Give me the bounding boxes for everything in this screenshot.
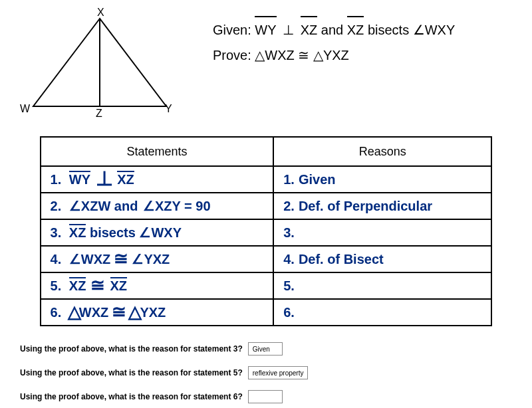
vertex-label-x: X [97, 7, 104, 19]
triangle-symbol-1 [255, 48, 265, 62]
triangle-icon-1: △ [68, 301, 81, 322]
stmt-num-6: 6. [51, 305, 62, 320]
vertex-label-z: Z [96, 108, 102, 120]
reason-num-4: 4. [283, 252, 295, 266]
stmt-num-5: 5. [51, 278, 62, 293]
stmt-num-4: 4. [51, 252, 62, 266]
header-reasons: Reasons [273, 137, 491, 166]
question-1-line: Using the proof above, what is the reaso… [20, 342, 512, 356]
cong-icon: ≅ [114, 248, 128, 268]
cong-icon-2: ≅ [90, 274, 105, 295]
triangle-icon-2: △ [128, 301, 142, 322]
given-mid: and [321, 23, 347, 37]
prove-t1: WXZ [265, 48, 294, 62]
table-row: 4. ∠WXZ ≅ ∠YXZ 4.Def. of Bisect [41, 246, 492, 272]
stmt-6b: YXZ [140, 305, 166, 320]
stmt-num-2: 2. [51, 199, 62, 213]
reason-2: Def. of Perpendicular [299, 199, 432, 213]
proof-table: Statements Reasons 1. WY ⊥ XZ 1.Given 2.… [40, 136, 493, 326]
question-3-text: Using the proof above, what is the reaso… [20, 392, 243, 401]
stmt-3-after: bisects ∠WXY [90, 225, 182, 240]
vertex-label-y: Y [165, 103, 172, 115]
seg-xz-5a: XZ [69, 278, 86, 294]
reason-4: Def. of Bisect [299, 252, 384, 266]
seg-xz: XZ [117, 172, 134, 187]
given-suffix: bisects ∠WXY [368, 23, 455, 37]
question-2-text: Using the proof above, what is the reaso… [20, 368, 243, 377]
reason-num-6: 6. [283, 305, 295, 320]
reason-num-2: 2. [283, 199, 295, 213]
triangle-figure: X W Z Y [20, 13, 173, 116]
seg-xz-3: XZ [69, 225, 86, 241]
seg-wy: WY [69, 172, 90, 187]
reason-1: Given [299, 172, 336, 187]
perp-icon: ⊥ [95, 167, 112, 191]
segment-wy: WY [255, 17, 276, 43]
answer-input-3[interactable] [248, 390, 283, 403]
segment-xz: XZ [301, 17, 318, 43]
stmt-4a: ∠WXZ [69, 252, 110, 266]
given-prove-text: Given: WY ⊥ XZ and XZ bisects ∠WXY Prove… [213, 13, 455, 68]
seg-xz-5b: XZ [110, 278, 128, 294]
table-row: 1. WY ⊥ XZ 1.Given [41, 166, 492, 193]
stmt-num-1: 1. [51, 172, 62, 187]
table-header-row: Statements Reasons [41, 137, 492, 166]
stmt-2b: ∠XZY = 90 [143, 199, 211, 213]
question-1-text: Using the proof above, what is the reaso… [20, 344, 243, 354]
reason-num-1: 1. [283, 172, 295, 187]
table-row: 2. ∠XZW and ∠XZY = 90 2.Def. of Perpendi… [41, 193, 492, 219]
triangle-symbol-2 [313, 48, 323, 62]
stmt-6a: WXZ [79, 305, 108, 320]
prove-t2: YXZ [323, 48, 349, 62]
segment-xz-2: XZ [347, 17, 364, 43]
stmt-4b: ∠YXZ [132, 252, 170, 266]
table-row: 6. △WXZ ≅ △YXZ 6. [41, 299, 492, 326]
question-3-line: Using the proof above, what is the reaso… [20, 390, 512, 403]
cong-icon-3: ≅ [112, 301, 126, 322]
reason-num-5: 5. [283, 278, 295, 293]
stmt-num-3: 3. [51, 225, 62, 240]
question-2-line: Using the proof above, what is the reaso… [20, 366, 512, 379]
answer-input-1[interactable]: Given [248, 342, 283, 356]
table-row: 5. XZ ≅ XZ 5. [41, 272, 492, 299]
prove-prefix: Prove: [213, 48, 255, 62]
answer-input-2[interactable]: reflexive property [248, 366, 309, 379]
table-row: 3. XZ bisects ∠WXY 3. [41, 219, 492, 246]
stmt-2a: ∠XZW and [69, 199, 138, 213]
reason-num-3: 3. [283, 225, 295, 240]
vertex-label-w: W [20, 103, 30, 115]
header-statements: Statements [41, 137, 274, 166]
perp-symbol: ⊥ [283, 23, 294, 37]
cong-symbol: ≅ [298, 48, 313, 62]
given-prefix: Given: [213, 23, 255, 37]
